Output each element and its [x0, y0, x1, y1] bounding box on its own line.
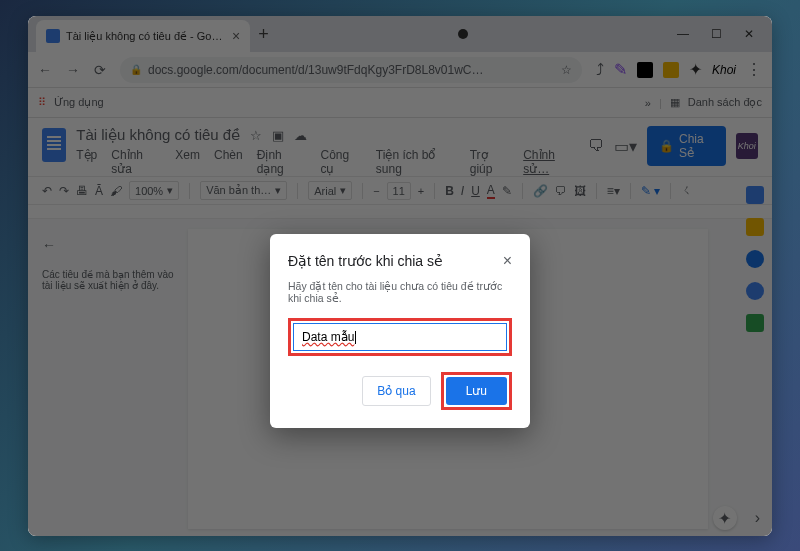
save-highlight-annotation: Lưu	[441, 372, 512, 410]
input-highlight-annotation: Data mẫu	[288, 318, 512, 356]
dialog-title: Đặt tên trước khi chia sẻ	[288, 253, 443, 269]
skip-button[interactable]: Bỏ qua	[362, 376, 430, 406]
rename-dialog: Đặt tên trước khi chia sẻ × Hãy đặt tên …	[270, 234, 530, 428]
save-button[interactable]: Lưu	[446, 377, 507, 405]
dialog-close-icon[interactable]: ×	[503, 252, 512, 270]
dialog-description: Hãy đặt tên cho tài liệu chưa có tiêu đề…	[288, 280, 512, 304]
document-name-input[interactable]: Data mẫu	[293, 323, 507, 351]
browser-window: Tài liệu không có tiêu đề - Googl × + — …	[28, 16, 772, 536]
